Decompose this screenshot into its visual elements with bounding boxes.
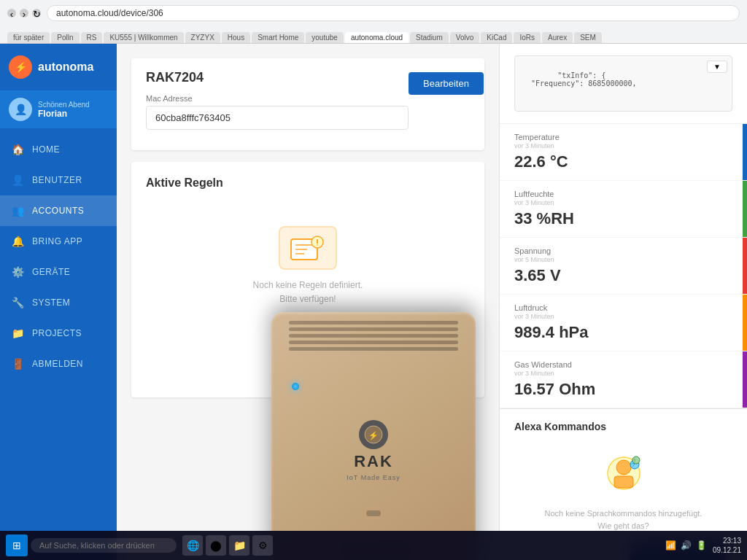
rules-empty-state: Noch keine Regeln definiert. Bitte verfü…	[146, 204, 470, 328]
rules-empty-icon	[279, 226, 337, 270]
device-header: RAK7204 Mac Adresse 60cba8fffc763405 Bea…	[131, 58, 484, 150]
taskbar-right: 📶 🔊 🔋 23:13 09.12.21	[665, 536, 741, 555]
json-dropdown-button[interactable]: ▼	[707, 61, 727, 73]
volume-icon: 🔊	[681, 540, 692, 551]
sidebar-label-accounts: ACCOUNTS	[32, 206, 84, 216]
user-info: Schönen Abend Florian	[38, 101, 108, 119]
luftdruck-value: 989.4 hPa	[514, 323, 732, 342]
rak-logo-icon: ⚡	[359, 420, 388, 449]
tab-hous[interactable]: Hous	[222, 32, 250, 43]
browser-forward[interactable]: ›	[20, 9, 28, 18]
spannung-value: 3.65 V	[514, 266, 732, 285]
system-icon: 🔧	[12, 296, 25, 309]
luftfeuchte-time: vor 3 Minuten	[514, 199, 732, 206]
tab-smarthome[interactable]: Smart Home	[252, 32, 304, 43]
right-panel: "txInfo": { "Frequency": 8685000000, ▼ T…	[499, 44, 747, 560]
physical-device: ⚡ RAK IoT Made Easy	[271, 312, 476, 560]
wifi-icon: 📶	[665, 540, 676, 551]
vent-5	[289, 347, 458, 351]
metric-luftdruck: Luftdruck vor 3 Minuten 989.4 hPa	[500, 295, 747, 351]
json-data-section: "txInfo": { "Frequency": 8685000000, ▼	[500, 44, 747, 124]
sidebar-label-benutzer: BENUTZER	[32, 175, 82, 185]
tab-youtube[interactable]: youtube	[306, 32, 344, 43]
sidebar-item-abmelden[interactable]: 🚪 ABMELDEN	[0, 349, 117, 379]
start-button[interactable]: ⊞	[6, 534, 28, 556]
tab-volvo[interactable]: Volvo	[450, 32, 479, 43]
json-display: "txInfo": { "Frequency": 8685000000, ▼	[514, 55, 732, 112]
temperature-time: vor 3 Minuten	[514, 142, 732, 149]
user-avatar: 👤	[9, 98, 32, 121]
battery-icon: 🔋	[696, 540, 707, 551]
sidebar-item-benutzer[interactable]: 👤 BENUTZER	[0, 165, 117, 195]
tab-polln[interactable]: Polln	[51, 32, 79, 43]
gaswiderstand-label: Gas Widerstand	[514, 360, 732, 369]
tab-zyzyx[interactable]: ZYZYX	[185, 32, 220, 43]
rules-title: Aktive Regeln	[146, 176, 470, 190]
device-logo-area: ⚡ RAK IoT Made Easy	[347, 420, 400, 481]
alexa-title: Alexa Kommandos	[514, 421, 732, 432]
taskbar-time-text: 23:13	[713, 536, 741, 545]
taskbar-system-icons: 📶 🔊 🔋	[665, 540, 707, 551]
sidebar-item-bringapp[interactable]: 🔔 BRING APP	[0, 226, 117, 257]
taskbar-app-edge[interactable]: 🌐	[182, 535, 203, 556]
vent-3	[289, 334, 458, 338]
taskbar-app-settings[interactable]: ⚙	[252, 535, 273, 556]
browser-back[interactable]: ‹	[7, 9, 16, 18]
device-brand-text: RAK	[354, 452, 393, 471]
alexa-empty-text: Noch keine Sprachkommandos hinzugefügt. …	[545, 508, 703, 532]
taskbar-app-chrome[interactable]: ⬤	[206, 535, 226, 556]
tab-rs[interactable]: RS	[81, 32, 103, 43]
gaswiderstand-time: vor 3 Minuten	[514, 370, 732, 377]
devices-icon: ⚙️	[12, 265, 25, 279]
windows-taskbar: ⊞ 🌐 ⬤ 📁 ⚙ 📶 🔊 🔋 23:13 09.12.21	[0, 531, 747, 560]
taskbar-search[interactable]	[31, 538, 177, 553]
edit-button[interactable]: Bearbeiten	[409, 72, 484, 95]
logo-text: autonoma	[38, 61, 93, 74]
sidebar-item-system[interactable]: 🔧 SYSTEM	[0, 287, 117, 318]
device-vents-top	[277, 318, 470, 354]
temperature-label: Temperature	[514, 133, 732, 141]
svg-text:⚡: ⚡	[368, 430, 379, 440]
taskbar-app-files[interactable]: 📁	[229, 535, 249, 556]
taskbar-clock: 23:13 09.12.21	[713, 536, 741, 555]
vent-4	[289, 341, 458, 344]
tab-autonoma[interactable]: autonoma.cloud	[345, 32, 409, 43]
browser-url-bar[interactable]	[47, 5, 740, 21]
device-reset-button	[366, 510, 381, 516]
vent-2	[289, 327, 458, 331]
svg-point-8	[616, 460, 631, 475]
tab-aurex[interactable]: Aurex	[542, 32, 573, 43]
tab-sem[interactable]: SEM	[574, 32, 602, 43]
gaswiderstand-value: 16.57 Ohm	[514, 380, 732, 399]
tab-stadium[interactable]: Stadium	[410, 32, 449, 43]
sidebar-item-projects[interactable]: 📁 PROJECTS	[0, 318, 117, 349]
projects-icon: 📁	[12, 327, 25, 340]
sidebar-user: 👤 Schönen Abend Florian	[0, 90, 117, 128]
sidebar-label-projects: PROJECTS	[32, 328, 82, 338]
sidebar-item-home[interactable]: 🏠 HOME	[0, 134, 117, 165]
sidebar-item-geraete[interactable]: ⚙️ GERÄTE	[0, 257, 117, 287]
mac-field-group: Mac Adresse 60cba8fffc763405	[146, 94, 409, 130]
browser-refresh[interactable]: ↻	[32, 9, 41, 18]
user-icon: 👤	[12, 174, 25, 187]
svg-text:!: !	[633, 457, 635, 464]
tab-fuer-spaeter[interactable]: für später	[7, 32, 50, 43]
mac-label: Mac Adresse	[146, 94, 409, 103]
temperature-value: 22.6 °C	[514, 152, 732, 171]
tab-iors[interactable]: IoRs	[514, 32, 541, 43]
alexa-empty-icon: ? !	[598, 451, 649, 502]
notification-icon: 🔔	[12, 235, 25, 248]
luftdruck-time: vor 3 Minuten	[514, 313, 732, 320]
taskbar-apps: 🌐 ⬤ 📁 ⚙	[182, 535, 273, 556]
home-icon: 🏠	[12, 143, 25, 156]
tab-kicad[interactable]: KiCad	[481, 32, 512, 43]
sidebar: ⚡ autonoma 👤 Schönen Abend Florian 🏠 HOM…	[0, 44, 117, 560]
svg-rect-9	[614, 476, 633, 488]
browser-chrome: ‹ › ↻ für später Polln RS KU555 | Willko…	[0, 0, 747, 44]
sidebar-label-system: SYSTEM	[32, 298, 70, 308]
user-name: Florian	[38, 109, 108, 119]
sidebar-item-accounts[interactable]: 👥 ACCOUNTS	[0, 195, 117, 226]
device-tagline-text: IoT Made Easy	[347, 474, 400, 481]
sidebar-label-abmelden: ABMELDEN	[32, 359, 83, 369]
tab-willkommen[interactable]: KU555 | Willkommen	[104, 32, 183, 43]
